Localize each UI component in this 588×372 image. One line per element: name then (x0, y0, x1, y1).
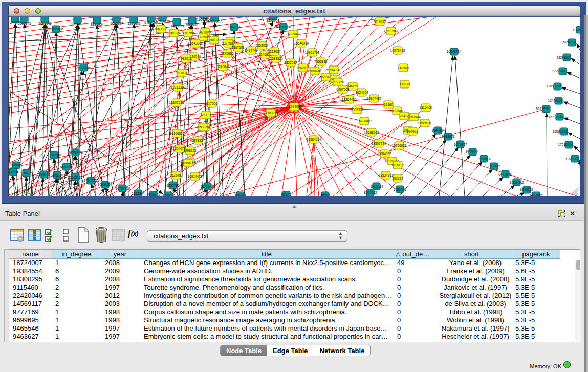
svg-text:9699695: 9699695 (418, 121, 431, 125)
svg-text:8471676: 8471676 (498, 172, 512, 176)
svg-text:7632621: 7632621 (488, 164, 501, 168)
svg-text:16640910: 16640910 (294, 41, 309, 45)
svg-text:19218506: 19218506 (276, 25, 291, 29)
svg-text:8990448: 8990448 (308, 69, 321, 73)
svg-text:8938923: 8938923 (442, 135, 455, 138)
svg-text:9245012: 9245012 (162, 194, 176, 196)
svg-text:19166825: 19166825 (170, 132, 185, 135)
svg-text:12505135: 12505135 (68, 176, 83, 179)
svg-text:93154: 93154 (9, 170, 17, 174)
svg-text:1292344: 1292344 (132, 192, 145, 195)
svg-text:87645: 87645 (282, 193, 291, 196)
svg-text:7515524: 7515524 (185, 23, 199, 26)
svg-text:12213967: 12213967 (384, 29, 399, 33)
svg-text:8322037: 8322037 (284, 61, 297, 64)
svg-text:9160124: 9160124 (167, 31, 181, 35)
svg-text:12093852: 12093852 (547, 84, 561, 88)
svg-text:1015132: 1015132 (391, 163, 404, 167)
svg-text:18724007: 18724007 (287, 105, 302, 108)
svg-text:9084067: 9084067 (378, 152, 391, 156)
svg-text:917006: 917006 (206, 102, 217, 105)
svg-text:11125: 11125 (572, 28, 580, 32)
svg-text:23300295: 23300295 (264, 111, 278, 115)
svg-text:748500: 748500 (398, 66, 409, 70)
svg-text:16033810: 16033810 (208, 20, 223, 24)
svg-text:1167533: 1167533 (565, 157, 578, 161)
svg-text:835061: 835061 (11, 163, 22, 167)
svg-text:989013: 989013 (181, 57, 192, 60)
svg-text:8813054: 8813054 (266, 19, 279, 23)
svg-text:17957225: 17957225 (84, 179, 99, 182)
svg-text:10756923: 10756923 (392, 144, 407, 147)
svg-text:2718170: 2718170 (175, 71, 188, 75)
svg-text:1733426: 1733426 (393, 188, 406, 191)
svg-text:6679197: 6679197 (454, 143, 467, 146)
svg-text:5878334: 5878334 (191, 139, 205, 142)
svg-text:20053346: 20053346 (76, 66, 91, 70)
svg-text:252214: 252214 (392, 177, 403, 180)
svg-text:3498222: 3498222 (183, 149, 197, 152)
svg-text:12444159: 12444159 (548, 99, 563, 102)
svg-text:20206556: 20206556 (47, 153, 61, 157)
svg-text:9115460: 9115460 (420, 106, 432, 110)
svg-text:17359926: 17359926 (69, 151, 83, 155)
svg-text:7955812: 7955812 (314, 60, 328, 63)
svg-text:10961758: 10961758 (305, 51, 320, 54)
svg-text:9327508: 9327508 (222, 41, 235, 45)
svg-text:10654112: 10654112 (510, 181, 525, 184)
svg-text:1527602: 1527602 (127, 21, 141, 25)
svg-text:17016504: 17016504 (558, 143, 573, 146)
svg-text:9777169: 9777169 (331, 80, 344, 84)
svg-text:16543362: 16543362 (188, 41, 203, 45)
svg-text:12213389: 12213389 (171, 85, 186, 89)
svg-text:6794028: 6794028 (327, 68, 340, 72)
svg-text:9357944: 9357944 (407, 115, 421, 119)
svg-text:9246501: 9246501 (147, 193, 160, 196)
svg-text:8912955: 8912955 (182, 31, 195, 35)
svg-text:10973493: 10973493 (390, 49, 405, 52)
svg-text:2935514: 2935514 (477, 157, 491, 161)
svg-text:7986322: 7986322 (351, 108, 364, 112)
svg-text:16782759: 16782759 (116, 187, 130, 190)
svg-text:10688609: 10688609 (364, 130, 379, 134)
svg-text:1065327: 1065327 (110, 21, 123, 25)
svg-text:10807487: 10807487 (367, 97, 382, 100)
svg-text:8812954: 8812954 (91, 23, 104, 26)
svg-text:9875421: 9875421 (71, 22, 84, 26)
svg-text:16210643: 16210643 (549, 115, 563, 119)
svg-text:98213: 98213 (320, 194, 330, 196)
svg-text:15716485: 15716485 (201, 185, 215, 188)
svg-text:994923: 994923 (407, 129, 418, 133)
svg-text:2867608: 2867608 (231, 46, 245, 49)
svg-text:1362615: 1362615 (296, 66, 310, 70)
svg-text:8764532: 8764532 (364, 191, 377, 194)
svg-text:1145194: 1145194 (51, 173, 64, 177)
svg-text:1588520: 1588520 (270, 57, 283, 60)
svg-text:16713555: 16713555 (169, 24, 184, 28)
svg-text:14325419: 14325419 (286, 32, 301, 36)
svg-text:7357224: 7357224 (227, 25, 241, 29)
svg-text:6099489: 6099489 (181, 161, 194, 165)
svg-text:9245652: 9245652 (520, 188, 533, 191)
svg-text:18807249: 18807249 (372, 142, 386, 145)
svg-text:16107553: 16107553 (169, 101, 184, 104)
svg-text:10958107: 10958107 (98, 183, 113, 186)
svg-text:9242848: 9242848 (216, 65, 230, 69)
svg-text:2069146: 2069146 (38, 21, 52, 25)
svg-text:132776: 132776 (399, 82, 410, 86)
svg-text:9464532: 9464532 (530, 194, 543, 196)
svg-text:5322037: 5322037 (255, 43, 269, 47)
svg-text:8215955: 8215955 (536, 107, 549, 111)
svg-text:1353359: 1353359 (196, 125, 209, 129)
svg-text:2265145: 2265145 (18, 21, 31, 25)
svg-text:13524851: 13524851 (379, 173, 394, 177)
svg-text:9857791: 9857791 (166, 184, 180, 187)
svg-text:3624554: 3624554 (355, 91, 368, 94)
svg-text:7625402: 7625402 (169, 173, 183, 177)
svg-text:9227343: 9227343 (552, 69, 565, 73)
svg-text:7663822: 7663822 (154, 27, 167, 31)
svg-text:21364436: 21364436 (342, 98, 357, 101)
svg-text:2610747: 2610747 (373, 20, 386, 24)
svg-text:10719155: 10719155 (156, 20, 170, 24)
svg-text:1640954: 1640954 (431, 128, 445, 132)
